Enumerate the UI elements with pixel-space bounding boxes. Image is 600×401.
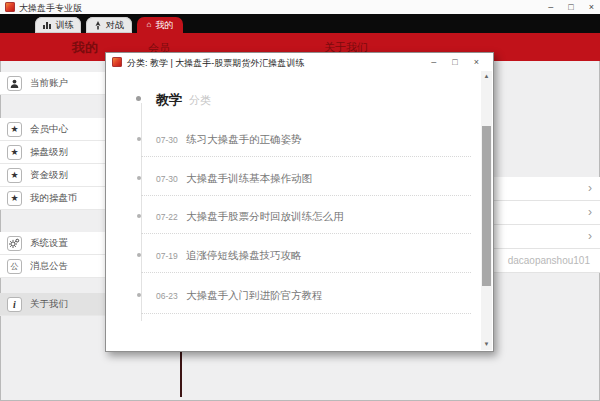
article-item[interactable]: 07-30 练习大操盘手的正确姿势: [106, 133, 481, 147]
article-item[interactable]: 06-23 大操盘手入门到进阶官方教程: [106, 289, 481, 303]
gear-icon: [7, 236, 22, 251]
info-icon: i: [7, 297, 22, 312]
dotted-separator: [141, 156, 471, 157]
battle-icon: [94, 21, 102, 30]
sidebar-item-label: 关于我们: [30, 298, 68, 311]
sidebar-group-about: i 关于我们: [0, 293, 105, 316]
scroll-up-icon[interactable]: ▲: [481, 71, 492, 82]
maximize-button[interactable]: □: [568, 0, 573, 14]
article-title: 大操盘手股票分时回放训练怎么用: [186, 210, 344, 224]
star-icon: ★: [7, 191, 22, 206]
scrollbar[interactable]: ▲ ▼: [481, 71, 492, 350]
dialog-maximize-button[interactable]: □: [452, 57, 457, 67]
sidebar-item-my-coins[interactable]: ★ 我的操盘币: [0, 187, 105, 210]
bullet-icon: [136, 96, 141, 101]
article-item[interactable]: 07-30 大操盘手训练基本操作动图: [106, 172, 481, 186]
tab-mine[interactable]: ⌂ 我的: [137, 17, 183, 33]
category-suffix: 分类: [189, 94, 211, 106]
sidebar-item-announcements[interactable]: 公 消息公告: [0, 255, 105, 278]
article-item[interactable]: 07-19 追涨停短线操盘技巧攻略: [106, 249, 481, 263]
sidebar-item-label: 操盘级别: [30, 146, 68, 159]
sidebar-item-label: 资金级别: [30, 169, 68, 182]
article-date: 07-30: [156, 135, 178, 145]
dialog-minimize-button[interactable]: –: [431, 57, 436, 67]
sidebar-item-member-center[interactable]: ★ 会员中心: [0, 118, 105, 141]
sidebar-group-system: 系统设置 公 消息公告: [0, 232, 105, 278]
dotted-separator: [141, 272, 471, 273]
dialog-close-button[interactable]: ×: [474, 57, 479, 67]
scroll-down-icon[interactable]: ▼: [481, 339, 492, 350]
home-icon: ⌂: [147, 21, 152, 29]
sidebar-item-trading-level[interactable]: ★ 操盘级别: [0, 141, 105, 164]
article-list: 教学分类 07-30 练习大操盘手的正确姿势 07-30 大操盘手训练基本操作动…: [106, 71, 481, 351]
account-username: dacaopanshou101: [508, 255, 590, 266]
bullet-icon: [137, 137, 141, 141]
star-icon: ★: [7, 122, 22, 137]
article-title: 大操盘手训练基本操作动图: [186, 172, 312, 186]
article-date: 07-30: [156, 174, 178, 184]
sidebar-item-label: 系统设置: [30, 237, 68, 250]
tab-training[interactable]: 训练: [35, 17, 81, 33]
article-title: 追涨停短线操盘技巧攻略: [186, 249, 302, 263]
sidebar-group-account: 当前账户: [0, 72, 105, 95]
chevron-right-icon: ›: [588, 181, 592, 195]
article-date: 07-19: [156, 251, 178, 261]
tab-label: 我的: [155, 19, 173, 32]
article-date: 06-23: [156, 291, 178, 301]
bullet-icon: [137, 176, 141, 180]
article-date: 07-22: [156, 212, 178, 222]
star-icon: ★: [7, 145, 22, 160]
dialog-app-icon: [112, 57, 122, 67]
tab-label: 训练: [56, 19, 74, 32]
dialog-title: 分类: 教学 | 大操盘手-股票期货外汇操盘训练: [127, 57, 304, 70]
close-button[interactable]: ×: [589, 0, 594, 14]
bullet-icon: [137, 253, 141, 257]
sidebar-item-current-account[interactable]: 当前账户: [0, 72, 105, 95]
scrollbar-thumb[interactable]: [482, 126, 491, 286]
dotted-separator: [141, 233, 471, 234]
app-icon: [5, 2, 15, 12]
sidebar-item-settings[interactable]: 系统设置: [0, 232, 105, 255]
article-item[interactable]: 07-22 大操盘手股票分时回放训练怎么用: [106, 210, 481, 224]
sidebar-item-label: 当前账户: [30, 77, 68, 90]
article-title: 大操盘手入门到进阶官方教程: [186, 289, 323, 303]
category-dialog: 分类: 教学 | 大操盘手-股票期货外汇操盘训练 – □ × 教学分类 07-3…: [105, 52, 494, 352]
dotted-separator: [141, 313, 471, 314]
bullet-icon: [137, 293, 141, 297]
main-titlebar: 大操盘手专业版 – □ ×: [0, 0, 600, 15]
sidebar-item-about[interactable]: i 关于我们: [0, 293, 105, 316]
tab-battle[interactable]: 对战: [86, 17, 132, 33]
minimize-button[interactable]: –: [548, 0, 553, 14]
tab-bar: 训练 对战 ⌂ 我的: [0, 14, 600, 33]
chart-icon: [43, 21, 52, 29]
announcement-icon: 公: [7, 259, 22, 274]
main-window: 大操盘手专业版 – □ × 训练 对战 ⌂ 我的 我的 会员 关于我们: [0, 0, 600, 401]
chevron-right-icon: ›: [588, 229, 592, 243]
sidebar-item-capital-level[interactable]: ★ 资金级别: [0, 164, 105, 187]
user-icon: [7, 76, 22, 91]
nav-item-mine[interactable]: 我的: [72, 39, 98, 57]
sidebar-group-member: ★ 会员中心 ★ 操盘级别 ★ 资金级别 ★ 我的操盘币: [0, 118, 105, 210]
vertical-divider: [180, 352, 182, 397]
article-title: 练习大操盘手的正确姿势: [186, 133, 302, 147]
bullet-icon: [137, 214, 141, 218]
sidebar-item-label: 消息公告: [30, 260, 68, 273]
dialog-titlebar: 分类: 教学 | 大操盘手-股票期货外汇操盘训练 – □ ×: [106, 53, 493, 71]
sidebar-item-label: 会员中心: [30, 123, 68, 136]
chevron-right-icon: ›: [588, 205, 592, 219]
category-title: 教学分类: [156, 91, 211, 109]
dotted-separator: [141, 195, 471, 196]
sidebar-item-label: 我的操盘币: [30, 192, 78, 205]
tab-label: 对战: [106, 19, 124, 32]
star-icon: ★: [7, 168, 22, 183]
